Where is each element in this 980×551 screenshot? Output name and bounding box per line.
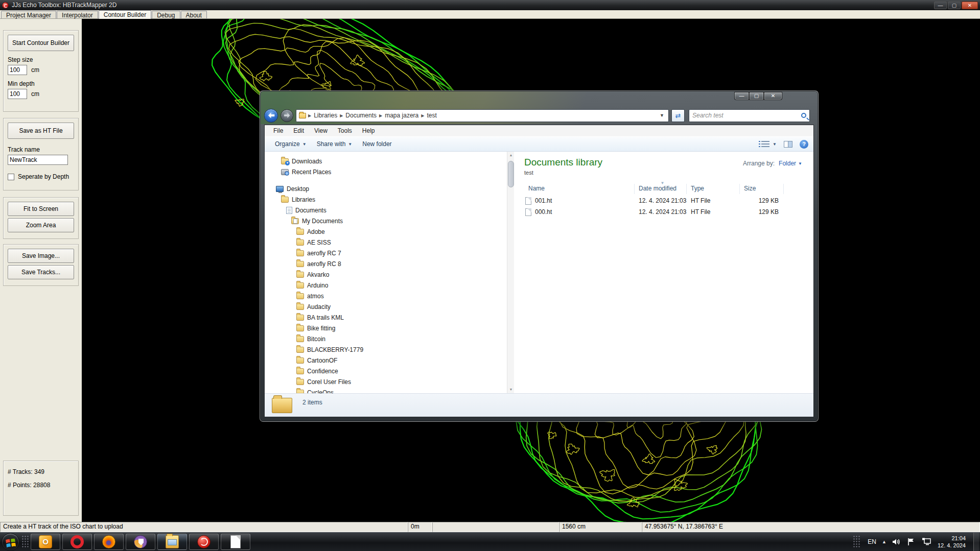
menu-view[interactable]: View — [310, 126, 332, 135]
tree-item[interactable]: BLACKBERRY-1779 — [265, 344, 507, 355]
menu-edit[interactable]: Edit — [289, 126, 309, 135]
breadcrumb-item[interactable]: mapa jazera — [383, 111, 421, 120]
column-header[interactable]: Name — [524, 184, 635, 194]
refresh-button[interactable]: ⇄ — [671, 109, 685, 122]
breadcrumb-item[interactable]: Libraries — [312, 111, 339, 120]
tree-item[interactable]: Bitcoin — [265, 333, 507, 344]
address-bar[interactable]: ▶ Libraries ▶ Documents ▶ mapa jazera ▶ … — [296, 109, 669, 122]
tab-debug[interactable]: Debug — [152, 11, 180, 18]
arrange-by[interactable]: Arrange by: Folder▼ — [743, 160, 802, 167]
organize-button[interactable]: Organize▼ — [270, 138, 312, 150]
taskbar-app-tor-browser[interactable] — [126, 534, 155, 550]
save-tracks-button[interactable]: Save Tracks... — [8, 265, 74, 279]
tree-item[interactable]: Akvarko — [265, 269, 507, 280]
track-name-input[interactable] — [8, 155, 68, 165]
help-button[interactable]: ? — [800, 140, 808, 149]
tree-item[interactable]: Desktop — [265, 183, 507, 194]
file-row[interactable]: 000.ht 12. 4. 2024 21:03 HT File 129 KB — [524, 206, 805, 218]
action-center-flag-icon[interactable] — [907, 538, 916, 546]
breadcrumb-item[interactable]: test — [425, 111, 438, 120]
tab-about[interactable]: About — [181, 11, 207, 18]
network-icon[interactable] — [922, 538, 932, 546]
start-contour-builder-button[interactable]: Start Contour Builder — [8, 35, 74, 51]
tree-item[interactable]: atmos — [265, 291, 507, 301]
depth-scale-min: 0m — [408, 522, 432, 532]
taskbar-app-notepad[interactable] — [221, 534, 250, 550]
explorer-minimize-button[interactable]: — — [734, 92, 749, 100]
tree-item[interactable]: My Documents — [265, 215, 507, 226]
save-image-button[interactable]: Save Image... — [8, 249, 74, 263]
taskbar-app-red-disc[interactable] — [189, 534, 219, 550]
step-size-input[interactable] — [8, 65, 27, 75]
scrollbar-thumb[interactable] — [508, 161, 514, 187]
folder-icon — [296, 336, 304, 342]
zoom-area-button[interactable]: Zoom Area — [8, 218, 74, 232]
column-header[interactable]: Date modified▼ — [635, 184, 687, 194]
tree-item[interactable]: Audacity — [265, 301, 507, 312]
search-input[interactable] — [692, 112, 801, 119]
maximize-button[interactable]: ▢ — [948, 2, 961, 9]
fit-to-screen-button[interactable]: Fit to Screen — [8, 202, 74, 216]
desktop-icon — [276, 186, 284, 192]
search-icon[interactable] — [801, 113, 806, 118]
column-header[interactable]: Type — [687, 184, 740, 194]
tree-item[interactable]: CycleOps — [265, 387, 507, 393]
save-ht-file-button[interactable]: Save as HT File — [8, 123, 74, 139]
tree-item[interactable]: Bike fitting — [265, 323, 507, 333]
tab-project-manager[interactable]: Project Manager — [1, 11, 56, 18]
scroll-up-icon[interactable]: ▲ — [507, 152, 515, 159]
start-button[interactable] — [2, 533, 19, 551]
tab-interpolator[interactable]: Interpolator — [57, 11, 98, 18]
language-indicator[interactable]: EN — [868, 538, 876, 545]
navigation-pane: Downloads Recent Places Desktop Librarie… — [265, 152, 507, 393]
file-list-pane: Documents library test Arrange by: Folde… — [514, 152, 813, 393]
tree-item[interactable]: Documents — [265, 205, 507, 215]
column-header[interactable]: Size — [740, 184, 784, 194]
menu-tools[interactable]: Tools — [333, 126, 357, 135]
breadcrumb-item[interactable]: Documents — [343, 111, 379, 120]
taskbar-app-outlook[interactable] — [31, 534, 60, 550]
outlook-icon — [39, 535, 52, 548]
tree-item[interactable]: Libraries — [265, 194, 507, 205]
explorer-close-button[interactable]: ✕ — [764, 92, 782, 100]
clock[interactable]: 21:04 12. 4. 2024 — [938, 535, 968, 549]
min-depth-input[interactable] — [8, 89, 27, 99]
show-desktop-button[interactable] — [973, 533, 979, 551]
tree-item[interactable]: aerofly RC 8 — [265, 258, 507, 269]
new-folder-button[interactable]: New folder — [357, 138, 396, 150]
minimize-button[interactable]: — — [934, 2, 947, 9]
change-view-button[interactable]: ▼ — [761, 141, 777, 147]
opera-icon — [71, 535, 84, 548]
explorer-titlebar[interactable]: — ▢ ✕ — [264, 91, 814, 106]
command-bar: Organize▼ Share with▼ New folder ▼ ? — [265, 136, 813, 152]
tree-item[interactable]: Arduino — [265, 280, 507, 291]
taskbar-app-firefox[interactable] — [94, 534, 124, 550]
tree-item[interactable]: BA trails KML — [265, 312, 507, 323]
forward-button[interactable] — [281, 109, 293, 122]
back-button[interactable] — [264, 109, 278, 123]
taskbar-app-explorer[interactable] — [157, 534, 187, 550]
address-dropdown-icon[interactable]: ▼ — [657, 113, 667, 118]
file-row[interactable]: 001.ht 12. 4. 2024 21:03 HT File 129 KB — [524, 195, 805, 206]
tree-item[interactable]: Corel User Files — [265, 376, 507, 387]
menu-help[interactable]: Help — [358, 126, 380, 135]
volume-icon[interactable] — [892, 538, 901, 546]
tree-item[interactable]: aerofly RC 7 — [265, 248, 507, 258]
explorer-maximize-button[interactable]: ▢ — [749, 92, 764, 100]
tree-item[interactable]: Downloads — [265, 156, 507, 166]
menu-file[interactable]: File — [269, 126, 288, 135]
tree-item[interactable]: Confidence — [265, 366, 507, 376]
tree-item[interactable]: CartoonOF — [265, 355, 507, 366]
tab-contour-builder[interactable]: Contour Builder — [99, 10, 151, 19]
tree-item[interactable]: AE SISS — [265, 237, 507, 248]
close-button[interactable]: ✕ — [962, 2, 978, 9]
tree-scrollbar[interactable]: ▲ ▼ — [507, 152, 514, 393]
scroll-down-icon[interactable]: ▼ — [507, 386, 515, 393]
separate-by-depth-checkbox[interactable] — [8, 174, 14, 180]
preview-pane-button[interactable] — [784, 141, 792, 148]
tray-expand-icon[interactable]: ▲ — [882, 539, 886, 544]
taskbar-app-opera[interactable] — [62, 534, 92, 550]
share-with-button[interactable]: Share with▼ — [312, 138, 358, 150]
tree-item[interactable]: Recent Places — [265, 166, 507, 177]
tree-item[interactable]: Adobe — [265, 226, 507, 237]
